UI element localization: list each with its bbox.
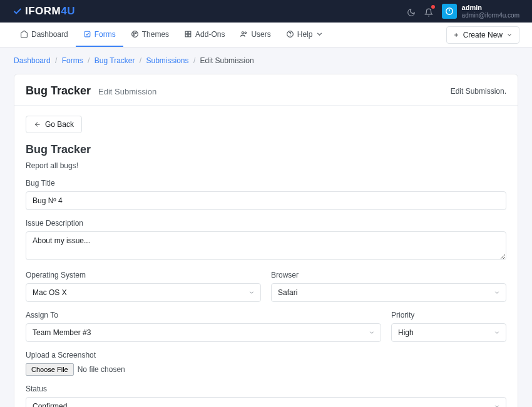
form-description: Report all bugs! bbox=[26, 161, 506, 170]
priority-select[interactable]: High bbox=[391, 323, 506, 342]
nav-themes[interactable]: Themes bbox=[123, 23, 176, 47]
home-icon bbox=[20, 30, 28, 38]
themes-icon bbox=[131, 30, 139, 38]
create-new-label: Create New bbox=[463, 31, 503, 39]
nav-users[interactable]: Users bbox=[232, 23, 278, 47]
form-heading: Bug Tracker bbox=[26, 143, 506, 156]
svg-point-5 bbox=[133, 34, 135, 36]
nav-item-label: Dashboard bbox=[31, 30, 68, 39]
breadcrumb-current: Edit Submission bbox=[200, 56, 254, 65]
help-icon bbox=[286, 30, 294, 38]
bug-title-input[interactable] bbox=[26, 191, 506, 210]
svg-rect-6 bbox=[185, 31, 188, 34]
nav-forms[interactable]: Forms bbox=[76, 23, 123, 47]
chevron-down-icon bbox=[506, 32, 513, 38]
svg-rect-8 bbox=[185, 34, 188, 37]
file-chosen-text: No file chosen bbox=[78, 365, 125, 374]
browser-select[interactable]: Safari bbox=[271, 283, 506, 302]
nav-dashboard[interactable]: Dashboard bbox=[13, 23, 76, 47]
notification-dot bbox=[431, 5, 435, 9]
forms-icon bbox=[83, 30, 91, 38]
nav-help[interactable]: Help bbox=[279, 23, 332, 47]
svg-point-3 bbox=[133, 33, 135, 34]
topbar-right: admin admin@iform4u.com bbox=[407, 4, 519, 19]
avatar bbox=[442, 4, 457, 19]
plus-icon bbox=[453, 32, 459, 38]
nav-addons[interactable]: Add-Ons bbox=[176, 23, 232, 47]
logo-check-icon bbox=[13, 6, 23, 16]
nav-item-label: Add-Ons bbox=[195, 30, 225, 39]
user-menu[interactable]: admin admin@iform4u.com bbox=[442, 4, 519, 19]
main-card: Bug Tracker Edit Submission Edit Submiss… bbox=[14, 74, 518, 407]
nav-item-label: Users bbox=[251, 30, 270, 39]
screenshot-label: Upload a Screenshot bbox=[26, 351, 506, 359]
breadcrumb-link[interactable]: Forms bbox=[62, 56, 83, 65]
status-label: Status bbox=[26, 384, 506, 393]
svg-rect-7 bbox=[188, 31, 191, 34]
chevron-down-icon bbox=[315, 30, 324, 38]
navbar: Dashboard Forms Themes Add-Ons Users Hel… bbox=[0, 23, 532, 48]
notifications-icon[interactable] bbox=[424, 7, 433, 16]
priority-label: Priority bbox=[391, 311, 506, 319]
nav-item-label: Themes bbox=[142, 30, 169, 39]
card-subtitle: Edit Submission bbox=[98, 87, 156, 96]
theme-toggle-icon[interactable] bbox=[407, 7, 416, 16]
user-name: admin bbox=[462, 4, 519, 11]
svg-point-10 bbox=[242, 32, 244, 34]
brand-text: IFORM4U bbox=[25, 5, 75, 18]
choose-file-button[interactable]: Choose File bbox=[26, 363, 74, 376]
users-icon bbox=[240, 30, 248, 38]
svg-point-13 bbox=[290, 36, 290, 36]
status-select[interactable]: Confirmed bbox=[26, 397, 506, 407]
browser-label: Browser bbox=[271, 271, 506, 279]
breadcrumb-link[interactable]: Dashboard bbox=[14, 56, 51, 65]
user-email: admin@iform4u.com bbox=[462, 12, 519, 19]
bug-title-label: Bug Title bbox=[26, 179, 506, 188]
card-title: Bug Tracker bbox=[26, 84, 91, 98]
issue-desc-input[interactable]: About my issue... bbox=[26, 231, 506, 260]
svg-rect-1 bbox=[84, 31, 90, 37]
nav-item-label: Forms bbox=[95, 30, 116, 39]
topbar: IFORM4U admin admin@iform4u.com bbox=[0, 0, 532, 23]
go-back-button[interactable]: Go Back bbox=[26, 116, 82, 133]
breadcrumb-link[interactable]: Bug Tracker bbox=[95, 56, 135, 65]
breadcrumb-link[interactable]: Submissions bbox=[146, 56, 189, 65]
brand-logo[interactable]: IFORM4U bbox=[13, 5, 75, 18]
card-action-text: Edit Submission. bbox=[451, 87, 506, 96]
assign-to-label: Assign To bbox=[26, 311, 381, 319]
breadcrumb: Dashboard / Forms / Bug Tracker / Submis… bbox=[0, 48, 532, 74]
nav-item-label: Help bbox=[297, 30, 313, 39]
assign-to-select[interactable]: Team Member #3 bbox=[26, 323, 381, 342]
svg-rect-9 bbox=[188, 34, 191, 37]
addons-icon bbox=[184, 30, 192, 38]
svg-point-4 bbox=[135, 33, 136, 34]
svg-point-2 bbox=[131, 31, 138, 38]
create-new-button[interactable]: Create New bbox=[446, 26, 519, 44]
os-select[interactable]: Mac OS X bbox=[26, 283, 261, 302]
arrow-left-icon bbox=[34, 121, 41, 128]
go-back-label: Go Back bbox=[45, 120, 74, 129]
issue-desc-label: Issue Description bbox=[26, 219, 506, 228]
svg-point-11 bbox=[245, 32, 247, 34]
card-header: Bug Tracker Edit Submission Edit Submiss… bbox=[14, 74, 518, 106]
os-label: Operating System bbox=[26, 271, 261, 279]
